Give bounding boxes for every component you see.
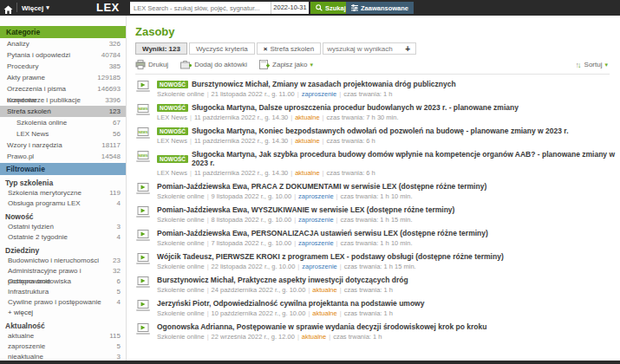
- filter-option[interactable]: zaproszenie 5: [0, 341, 126, 352]
- category-label: Orzeczenia i pisma urzędowe: [7, 83, 97, 94]
- result-row[interactable]: NOWOŚĆ Bursztynowicz Michał, Zmiany w za…: [135, 80, 620, 98]
- add-to-briefcase-button[interactable]: Dodaj do aktówki: [180, 60, 247, 69]
- filter-option[interactable]: Ochrona środowiska 6: [0, 276, 126, 287]
- new-badge: NOWOŚĆ: [157, 127, 188, 135]
- result-title-link[interactable]: Pomian-Jaździewska Ewa, PERSONALIZACJA u…: [157, 229, 488, 237]
- filter-option[interactable]: aktualne 115: [0, 331, 126, 341]
- filter-items: aktualne 115 zaproszenie 5 nieaktualne 3: [0, 331, 126, 361]
- new-badge: NOWOŚĆ: [157, 81, 188, 88]
- show-more-link[interactable]: + więcej: [0, 308, 126, 318]
- result-body: Bursztynowicz Michał, Praktyczne aspekty…: [157, 276, 620, 294]
- filter-option[interactable]: Obsługa programu LEX 4: [0, 198, 126, 209]
- search-in-results-input[interactable]: [323, 45, 400, 53]
- result-title-link[interactable]: Sługocka Martyna, Koniec bezpodstawnych …: [192, 127, 569, 135]
- filter-items: Ostatni tydzień 3 Ostatnie 2 tygodnie 4: [0, 222, 126, 243]
- result-title-link[interactable]: Bursztynowicz Michał, Praktyczne aspekty…: [157, 276, 408, 284]
- filter-option-count: 4: [117, 297, 121, 308]
- result-body: NOWOŚĆ Sługocka Martyna, Koniec bezpodst…: [157, 127, 620, 145]
- category-count: 67: [113, 117, 121, 128]
- filter-option-label: Infrastruktura: [8, 287, 49, 297]
- close-icon[interactable]: ×: [264, 45, 268, 53]
- sidebar-category-item[interactable]: LEX News 56: [0, 128, 126, 140]
- search-input[interactable]: [130, 2, 271, 14]
- sort-button[interactable]: ↑↓ Sortuj ▾: [576, 61, 608, 69]
- filter-option[interactable]: Administracyjne prawo i postępowanie 32: [0, 266, 126, 276]
- more-menu-button[interactable]: Więcej ▾: [22, 0, 49, 16]
- result-row[interactable]: NEWS NOWOŚĆ Sługocka Martyna, Jak szybka…: [135, 150, 620, 177]
- sidebar-category-item[interactable]: Akty prawne 129185: [0, 72, 126, 83]
- result-row[interactable]: Jerzyński Piotr, Odpowiedzialność cywiln…: [135, 299, 620, 317]
- filter-option[interactable]: nieaktualne 3: [0, 352, 126, 361]
- filter-option-label: nieaktualne: [8, 352, 43, 361]
- result-status: aktualne: [312, 309, 336, 317]
- result-status: zaproszenie: [298, 192, 333, 200]
- category-label: Komentarze i publikacje: [7, 94, 81, 106]
- criteria-chip-strefa-szkolen[interactable]: × Strefa szkoleń: [257, 42, 321, 55]
- lex-logo[interactable]: LEX: [96, 1, 120, 14]
- filter-option[interactable]: Budownictwo i nieruchomości 23: [0, 256, 126, 266]
- result-source: Szkolenie online: [157, 333, 205, 341]
- result-title-link[interactable]: Pomian-Jaździewska Ewa, WYSZUKIWANIE w s…: [157, 205, 454, 214]
- result-title-link[interactable]: Wójcik Tadeusz, PIERWSZE KROKI z program…: [157, 252, 504, 261]
- result-title-link[interactable]: Jerzyński Piotr, Odpowiedzialność cywiln…: [157, 299, 424, 308]
- result-row[interactable]: Ogonowska Adrianna, Postępowanie w spraw…: [135, 322, 620, 341]
- result-row[interactable]: Wójcik Tadeusz, PIERWSZE KROKI z program…: [135, 252, 620, 270]
- sidebar-category-item[interactable]: Prawo.pl 14548: [0, 151, 126, 162]
- category-label: Pytania i odpowiedzi: [7, 49, 70, 61]
- filter-items: Budownictwo i nieruchomości 23 Administr…: [0, 256, 126, 308]
- result-meta: Szkolenie online|24 października 2022 r.…: [157, 286, 620, 294]
- sidebar-category-item[interactable]: Wzory i narzędzia 18117: [0, 140, 126, 151]
- filter-list: Typ szkolenia Szkolenia merytoryczne 119…: [0, 177, 126, 361]
- online-training-icon: [135, 205, 151, 222]
- filter-option[interactable]: Infrastruktura 5: [0, 287, 126, 297]
- result-date: 22 listopada 2022 r., g. 10.00: [212, 263, 296, 270]
- date-field[interactable]: 2022-10-31: [271, 2, 309, 14]
- result-title-link[interactable]: Sługocka Martyna, Dalsze uproszczenia pr…: [192, 103, 519, 112]
- result-duration: czas trwania: 1 h: [333, 333, 382, 341]
- result-status: aktualne: [295, 137, 319, 145]
- chevron-down-icon: ▾: [46, 4, 49, 11]
- filter-option-label: Obsługa programu LEX: [8, 198, 81, 209]
- sidebar: Kategorie Analizy 326 Pytania i odpowied…: [0, 16, 127, 361]
- save-as-button[interactable]: Zapisz jako ▾: [259, 60, 313, 69]
- filter-option[interactable]: Szkolenia merytoryczne 119: [0, 188, 126, 198]
- result-row[interactable]: NEWS NOWOŚĆ Sługocka Martyna, Koniec bez…: [135, 127, 620, 145]
- search-button[interactable]: Szukaj: [310, 2, 351, 14]
- clear-criteria-button[interactable]: Wyczyść kryteria: [189, 42, 255, 55]
- sidebar-category-item[interactable]: Orzeczenia i pisma urzędowe 146693: [0, 83, 126, 94]
- filter-option[interactable]: Cywilne prawo i postępowanie 4: [0, 297, 126, 308]
- result-body: NOWOŚĆ Sługocka Martyna, Jak szybka proc…: [157, 150, 620, 177]
- result-date: 10 października 2022 r., g. 10.00: [212, 309, 306, 317]
- result-title-link[interactable]: Pomian-Jaździewska Ewa, PRACA Z DOKUMENT…: [157, 182, 486, 191]
- sidebar-category-item[interactable]: Strefa szkoleń 123: [0, 106, 126, 117]
- result-title-link[interactable]: Ogonowska Adrianna, Postępowanie w spraw…: [157, 322, 486, 331]
- results-count-tab[interactable]: Wyniki: 123: [135, 42, 187, 55]
- result-duration: czas trwania: 1 h: [344, 286, 393, 294]
- svg-text:NEWS: NEWS: [139, 107, 148, 111]
- toolbar-divider: [135, 74, 610, 75]
- filter-option[interactable]: Ostatni tydzień 3: [0, 222, 126, 232]
- result-row[interactable]: NEWS NOWOŚĆ Sługocka Martyna, Dalsze upr…: [135, 103, 620, 121]
- result-row[interactable]: Pomian-Jaździewska Ewa, PERSONALIZACJA u…: [135, 229, 620, 247]
- sidebar-category-item[interactable]: Szkolenia online 67: [0, 117, 126, 128]
- result-row[interactable]: Bursztynowicz Michał, Praktyczne aspekty…: [135, 276, 620, 294]
- filter-option[interactable]: Ostatnie 2 tygodnie 4: [0, 232, 126, 243]
- advanced-search-button[interactable]: Zaawansowane: [346, 2, 414, 14]
- filter-option-count: 4: [117, 232, 121, 243]
- filtering-header: Filtrowanie: [0, 163, 126, 175]
- sidebar-category-item[interactable]: Pytania i odpowiedzi 40784: [0, 49, 126, 61]
- result-title-link[interactable]: Sługocka Martyna, Jak szybka procedura b…: [192, 150, 620, 167]
- result-row[interactable]: Pomian-Jaździewska Ewa, WYSZUKIWANIE w s…: [135, 205, 620, 224]
- sidebar-category-item[interactable]: Procedury 385: [0, 61, 126, 72]
- filter-option-count: 4: [117, 198, 121, 209]
- category-count: 123: [109, 106, 121, 117]
- result-row[interactable]: Pomian-Jaździewska Ewa, PRACA Z DOKUMENT…: [135, 182, 620, 200]
- filter-section-title: Typ szkolenia: [0, 177, 126, 188]
- plus-icon[interactable]: +: [400, 44, 415, 54]
- print-button[interactable]: Drukuj: [135, 60, 168, 69]
- result-title-link[interactable]: Bursztynowicz Michał, Zmiany w zasadach …: [192, 80, 456, 88]
- sidebar-category-item[interactable]: Komentarze i publikacje 3396: [0, 94, 126, 106]
- result-duration: czas trwania: 1 h: [343, 90, 392, 98]
- sidebar-category-item[interactable]: Analizy 326: [0, 38, 126, 49]
- filter-section: Dziedziny Budownictwo i nieruchomości 23…: [0, 244, 126, 318]
